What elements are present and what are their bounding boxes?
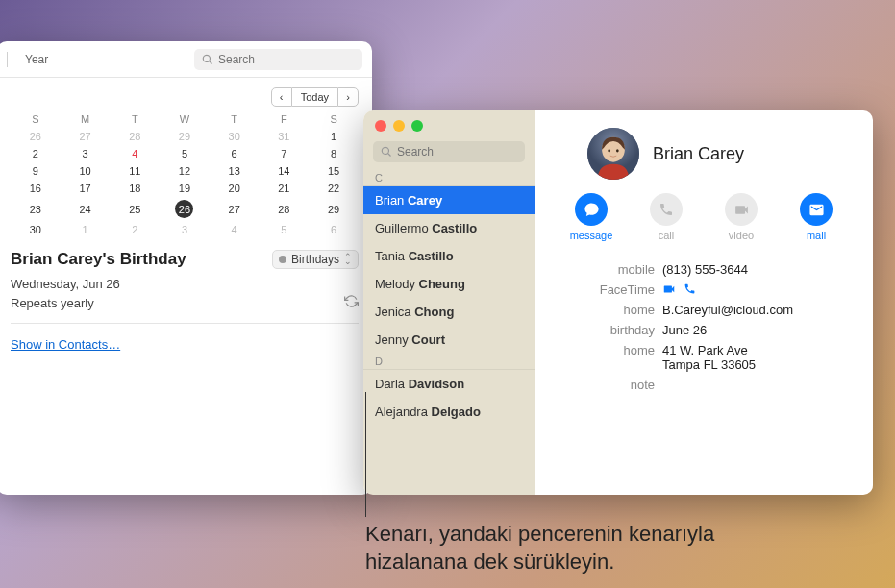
call-button[interactable]: call: [642, 193, 690, 241]
calendar-day[interactable]: 7: [260, 145, 310, 162]
dow-header: S: [11, 110, 61, 128]
calendar-day[interactable]: 19: [160, 180, 210, 197]
calendar-search-input[interactable]: [218, 53, 355, 66]
divider: [11, 323, 359, 324]
contacts-search[interactable]: [373, 141, 525, 162]
calendar-day[interactable]: 2: [110, 221, 160, 238]
contact-list-item[interactable]: Darla Davidson: [363, 370, 535, 398]
calendar-day[interactable]: 28: [110, 128, 160, 145]
avatar: [587, 128, 639, 180]
calendar-day[interactable]: 6: [210, 145, 260, 162]
calendar-day[interactable]: 10: [61, 162, 111, 180]
today-button[interactable]: Today: [292, 87, 337, 107]
next-month-button[interactable]: ›: [337, 87, 359, 107]
calendar-day[interactable]: 1: [309, 128, 359, 145]
contact-last-name: Chong: [414, 305, 454, 319]
info-row: birthdayJune 26: [554, 323, 854, 337]
calendar-day[interactable]: 5: [160, 145, 210, 162]
contact-list-item[interactable]: Guillermo Castillo: [363, 214, 535, 242]
contact-first-name: Alejandra: [375, 404, 432, 419]
contact-list-item[interactable]: Alejandra Delgado: [363, 398, 535, 426]
calendar-day[interactable]: 18: [110, 180, 160, 197]
minimize-button[interactable]: [393, 120, 405, 132]
calendar-day[interactable]: 23: [11, 197, 61, 221]
calendar-grid: SMTWTFS 26272829303112345678910111213141…: [11, 110, 359, 238]
action-row: message call video mail: [554, 193, 854, 241]
facetime-icons[interactable]: [662, 282, 696, 297]
calendar-day[interactable]: 27: [61, 128, 111, 145]
calendar-day[interactable]: 2: [11, 145, 61, 162]
contact-list-item[interactable]: Tania Castillo: [363, 242, 535, 270]
mail-label: mail: [807, 230, 826, 241]
contact-last-name: Castillo: [409, 249, 454, 263]
contacts-sidebar: CBrian CareyGuillermo CastilloTania Cast…: [363, 110, 535, 495]
callout-line: [365, 392, 366, 517]
zoom-button[interactable]: [411, 120, 423, 132]
calendar-day[interactable]: 12: [160, 162, 210, 180]
contact-list-item[interactable]: Jenica Chong: [363, 298, 535, 326]
calendar-day[interactable]: 6: [309, 221, 359, 238]
calendar-search[interactable]: [194, 49, 362, 70]
calendar-day[interactable]: 30: [11, 221, 61, 238]
calendar-day[interactable]: 3: [61, 145, 111, 162]
calendar-day[interactable]: 31: [260, 128, 310, 145]
calendar-day[interactable]: 4: [210, 221, 260, 238]
calendar-day[interactable]: 30: [210, 128, 260, 145]
calendar-day[interactable]: 27: [210, 197, 260, 221]
calendar-day[interactable]: 16: [11, 180, 61, 197]
contact-first-name: Guillermo: [375, 221, 432, 235]
video-label: video: [729, 230, 754, 241]
video-icon: [733, 202, 750, 218]
chevron-updown-icon: ⌃⌄: [344, 255, 352, 265]
calendar-day[interactable]: 14: [260, 162, 310, 180]
calendar-day[interactable]: 26: [11, 128, 61, 145]
calendar-day[interactable]: 21: [260, 180, 310, 197]
message-button[interactable]: message: [567, 193, 615, 241]
calendar-day[interactable]: 25: [110, 197, 160, 221]
calendar-day[interactable]: 22: [309, 180, 359, 197]
calendar-day[interactable]: 17: [61, 180, 111, 197]
info-label: note: [554, 378, 655, 392]
info-label: birthday: [554, 323, 655, 337]
event-panel: Brian Carey's Birthday Birthdays ⌃⌄ Wedn…: [0, 238, 372, 364]
contact-first-name: Darla: [375, 377, 409, 391]
show-in-contacts-link[interactable]: Show in Contacts…: [11, 337, 120, 352]
calendar-day[interactable]: 8: [309, 145, 359, 162]
info-label: home: [554, 303, 655, 317]
calendar-day[interactable]: 28: [260, 197, 310, 221]
calendar-day[interactable]: 5: [260, 221, 310, 238]
info-value: (813) 555-3644: [662, 262, 748, 277]
event-calendar-select[interactable]: Birthdays ⌃⌄: [272, 250, 359, 269]
contact-last-name: Delgado: [432, 404, 481, 419]
contacts-search-input[interactable]: [397, 145, 517, 159]
calendar-day[interactable]: 1: [61, 221, 111, 238]
calendar-day[interactable]: 15: [309, 162, 359, 180]
calendar-day[interactable]: 29: [309, 197, 359, 221]
calendar-day[interactable]: 3: [160, 221, 210, 238]
contact-first-name: Melody: [375, 277, 419, 291]
calendar-day[interactable]: 20: [210, 180, 260, 197]
calendar-day[interactable]: 24: [61, 197, 111, 221]
calendar-day[interactable]: 9: [11, 162, 61, 180]
event-date: Wednesday, Jun 26: [11, 277, 359, 291]
dow-header: T: [110, 110, 160, 128]
video-button[interactable]: video: [717, 193, 765, 241]
svg-point-3: [616, 149, 619, 152]
message-label: message: [570, 230, 613, 241]
contact-list-item[interactable]: Brian Carey: [363, 186, 535, 214]
tab-year[interactable]: Year: [15, 50, 58, 69]
calendar-day[interactable]: 4: [110, 145, 160, 162]
prev-month-button[interactable]: ‹: [271, 87, 292, 107]
contact-last-name: Cheung: [419, 277, 465, 291]
contact-list-item[interactable]: Melody Cheung: [363, 270, 535, 298]
contact-name: Brian Carey: [653, 144, 744, 164]
calendar-day[interactable]: 11: [110, 162, 160, 180]
calendar-day[interactable]: 13: [210, 162, 260, 180]
calendar-day[interactable]: 26: [160, 197, 210, 221]
contact-list-item[interactable]: Jenny Court: [363, 326, 535, 354]
contact-first-name: Tania: [375, 249, 409, 263]
close-button[interactable]: [375, 120, 386, 132]
contact-last-name: Court: [411, 332, 445, 347]
calendar-day[interactable]: 29: [160, 128, 210, 145]
mail-button[interactable]: mail: [792, 193, 840, 241]
